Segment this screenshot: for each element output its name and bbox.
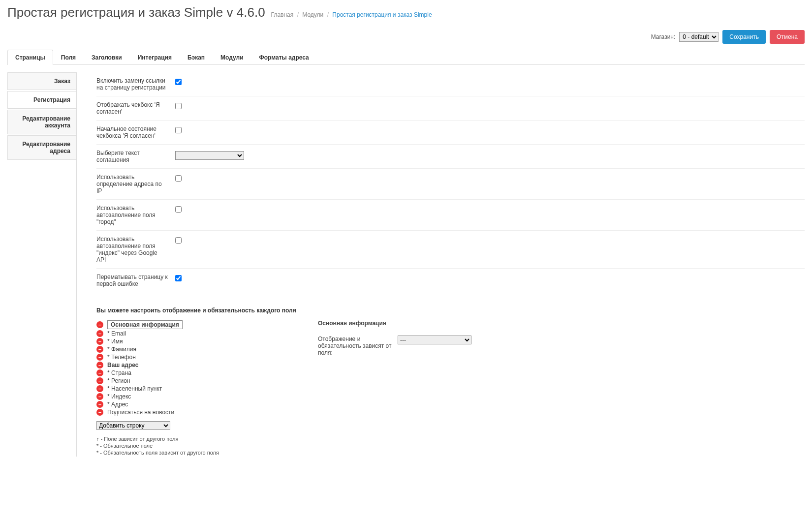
remove-icon[interactable]: – [96,354,103,361]
field-item-lastname[interactable]: * Фамилия [107,346,136,353]
remove-icon[interactable]: – [96,321,103,328]
tab-pages[interactable]: Страницы [7,50,53,65]
field-item-city[interactable]: * Населенный пункт [107,385,162,392]
remove-icon[interactable]: – [96,338,103,345]
setting-label-agree-default: Начальное состояние чекбокса 'Я согласен… [96,125,175,139]
setting-select-agreement-text[interactable] [175,151,244,160]
breadcrumb-current[interactable]: Простая регистрация и заказ Simple [332,11,432,18]
remove-icon[interactable]: – [96,393,103,400]
save-button[interactable]: Сохранить [722,30,766,44]
legend-depends: ↑ - Поле зависит от другого поля [96,436,244,442]
field-item-address-header[interactable]: Ваш адрес [107,362,139,368]
setting-label-ip-geoloc: Использовать определение адреса по IP [96,174,175,194]
setting-checkbox-ip-geoloc[interactable] [175,175,182,182]
detail-depend-label: Отображение и обязательность зависят от … [318,336,392,356]
side-tab-edit-account[interactable]: Редактирование аккаунта [7,110,76,134]
tab-address-formats[interactable]: Форматы адреса [251,50,317,65]
field-list: – Основная информация – * Email – * Имя … [96,320,244,457]
remove-icon[interactable]: – [96,369,103,376]
breadcrumb-modules[interactable]: Модули [302,11,323,18]
breadcrumb-home[interactable]: Главная [271,11,294,18]
legend: ↑ - Поле зависит от другого поля * - Обя… [96,436,244,456]
breadcrumb-sep-icon: / [325,11,331,18]
side-tab-edit-address[interactable]: Редактирование адреса [7,135,76,160]
side-tab-order[interactable]: Заказ [7,72,76,90]
setting-label-postcode-google: Использовать автозаполнение поля "индекс… [96,236,175,263]
remove-icon[interactable]: – [96,401,103,408]
detail-depend-select[interactable]: --- [398,336,471,344]
field-item-region[interactable]: * Регион [107,377,130,384]
remove-icon[interactable]: – [96,409,103,416]
field-item-phone[interactable]: * Телефон [107,354,136,361]
setting-checkbox-show-agree[interactable] [175,103,182,109]
field-item-firstname[interactable]: * Имя [107,338,123,345]
detail-title: Основная информация [318,320,805,327]
setting-label-scroll-error: Перематывать страницу к первой ошибке [96,274,175,287]
setting-checkbox-scroll-error[interactable] [175,275,182,281]
setting-checkbox-city-autofill[interactable] [175,206,182,213]
store-label: Магазин: [651,33,676,40]
tab-fields[interactable]: Поля [53,50,84,65]
tab-headers[interactable]: Заголовки [84,50,130,65]
cancel-button[interactable]: Отмена [770,30,805,44]
field-item-main-info[interactable]: Основная информация [107,320,183,329]
setting-checkbox-agree-default[interactable] [175,127,182,133]
legend-required-depends: * - Обязательность поля зависит от друго… [96,450,244,456]
legend-required: * - Обязательное поле [96,443,244,449]
breadcrumb: Главная / Модули / Простая регистрация и… [271,11,432,18]
remove-icon[interactable]: – [96,377,103,384]
field-item-newsletter[interactable]: Подписаться на новости [107,409,174,416]
page-title: Простая регистрация и заказ Simple v 4.6… [7,5,265,20]
field-item-postcode[interactable]: * Индекс [107,393,131,400]
setting-label-city-autofill: Использовать автозаполнение поля "город" [96,205,175,225]
tab-backup[interactable]: Бэкап [180,50,213,65]
setting-label-replace-link: Включить замену ссылки на страницу регис… [96,77,175,91]
field-item-country[interactable]: * Страна [107,369,131,376]
breadcrumb-sep-icon: / [295,11,301,18]
field-item-address[interactable]: * Адрес [107,401,128,408]
remove-icon[interactable]: – [96,330,103,337]
side-tabs: Заказ Регистрация Редактирование аккаунт… [7,72,76,457]
remove-icon[interactable]: – [96,346,103,353]
setting-checkbox-replace-link[interactable] [175,79,182,85]
setting-label-show-agree: Отображать чекбокс 'Я согласен' [96,101,175,115]
setting-checkbox-postcode-google[interactable] [175,237,182,244]
remove-icon[interactable]: – [96,385,103,392]
remove-icon[interactable]: – [96,362,103,368]
store-select[interactable]: 0 - default [679,32,718,42]
fields-intro: Вы можете настроить отображение и обязат… [96,307,805,314]
tab-modules[interactable]: Модули [213,50,251,65]
tab-integration[interactable]: Интеграция [130,50,180,65]
side-tab-registration[interactable]: Регистрация [7,91,77,109]
top-tabs: Страницы Поля Заголовки Интеграция Бэкап… [7,50,805,65]
add-row-select[interactable]: Добавить строку [96,421,170,430]
field-item-email[interactable]: * Email [107,330,126,337]
setting-label-agreement-text: Выберите текст соглашения [96,150,175,163]
